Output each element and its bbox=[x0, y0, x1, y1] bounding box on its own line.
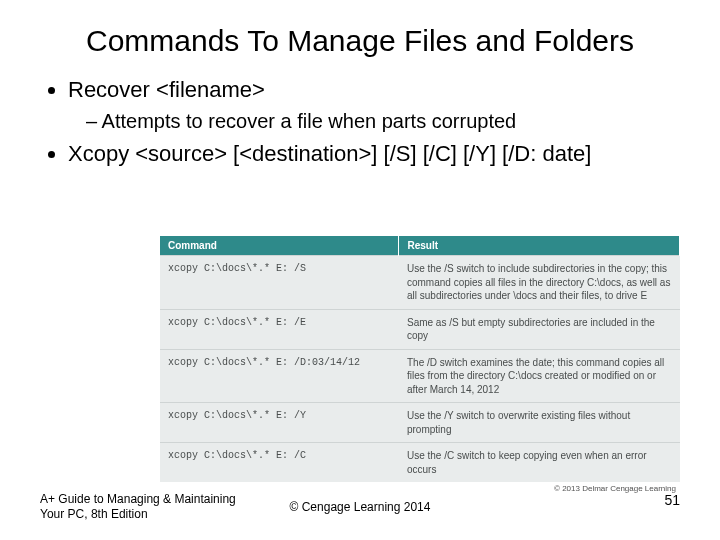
bullet-recover-text: Recover <filename> bbox=[68, 77, 265, 102]
res-cell: The /D switch examines the date; this co… bbox=[399, 349, 680, 403]
table-row: xcopy C:\docs\*.* E: /D:03/14/12 The /D … bbox=[160, 349, 680, 403]
bullet-list: Recover <filename> Attempts to recover a… bbox=[68, 76, 680, 169]
page-number: 51 bbox=[664, 492, 680, 508]
cmd-cell: xcopy C:\docs\*.* E: /C bbox=[160, 443, 399, 483]
col-header-result: Result bbox=[399, 236, 680, 256]
bullet-recover-sub: Attempts to recover a file when parts co… bbox=[86, 108, 680, 134]
res-cell: Use the /Y switch to overwrite existing … bbox=[399, 403, 680, 443]
cmd-cell: xcopy C:\docs\*.* E: /S bbox=[160, 256, 399, 310]
bullet-recover: Recover <filename> Attempts to recover a… bbox=[68, 76, 680, 135]
footer-center: © Cengage Learning 2014 bbox=[40, 500, 680, 514]
bullet-xcopy: Xcopy <source> [<destination>] [/S] [/C]… bbox=[68, 140, 680, 169]
footer: A+ Guide to Managing & Maintaining Your … bbox=[40, 492, 680, 522]
res-cell: Use the /C switch to keep copying even w… bbox=[399, 443, 680, 483]
col-header-command: Command bbox=[160, 236, 399, 256]
table-row: xcopy C:\docs\*.* E: /Y Use the /Y switc… bbox=[160, 403, 680, 443]
xcopy-table-wrap: Command Result xcopy C:\docs\*.* E: /S U… bbox=[160, 236, 680, 495]
cmd-cell: xcopy C:\docs\*.* E: /E bbox=[160, 309, 399, 349]
xcopy-table: Command Result xcopy C:\docs\*.* E: /S U… bbox=[160, 236, 680, 482]
cmd-cell: xcopy C:\docs\*.* E: /D:03/14/12 bbox=[160, 349, 399, 403]
slide-title: Commands To Manage Files and Folders bbox=[40, 22, 680, 60]
res-cell: Use the /S switch to include subdirector… bbox=[399, 256, 680, 310]
table-row: xcopy C:\docs\*.* E: /S Use the /S switc… bbox=[160, 256, 680, 310]
res-cell: Same as /S but empty subdirectories are … bbox=[399, 309, 680, 349]
table-row: xcopy C:\docs\*.* E: /E Same as /S but e… bbox=[160, 309, 680, 349]
table-row: xcopy C:\docs\*.* E: /C Use the /C switc… bbox=[160, 443, 680, 483]
cmd-cell: xcopy C:\docs\*.* E: /Y bbox=[160, 403, 399, 443]
